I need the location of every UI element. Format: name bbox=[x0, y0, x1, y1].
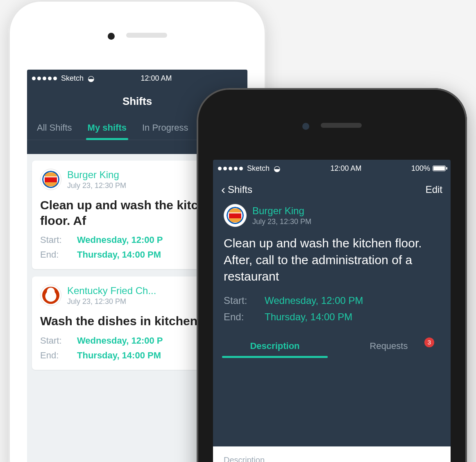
back-label: Shifts bbox=[228, 184, 252, 195]
end-label: End: bbox=[224, 311, 265, 323]
tab-requests-label: Requests bbox=[370, 341, 408, 351]
end-label: End: bbox=[40, 249, 77, 260]
tab-requests[interactable]: Requests 3 bbox=[332, 335, 446, 358]
description-panel[interactable]: Description Clean up and wash the kitche… bbox=[213, 446, 451, 462]
end-label: End: bbox=[40, 350, 77, 361]
card-date: July 23, 12:30 PM bbox=[67, 297, 156, 306]
sensor-bar bbox=[8, 33, 266, 40]
brand-name: Burger King bbox=[252, 205, 311, 217]
start-label: Start: bbox=[224, 295, 265, 306]
detail-tabs: Description Requests 3 bbox=[213, 335, 451, 358]
burger-king-logo-icon bbox=[224, 204, 247, 227]
kfc-logo-icon bbox=[40, 285, 61, 306]
wifi-icon: ◒ bbox=[88, 74, 95, 83]
brand-name: Burger King bbox=[67, 169, 126, 181]
burger-king-logo-icon bbox=[40, 169, 61, 190]
signal-strength-icon bbox=[218, 167, 243, 170]
brand-name: Kentucky Fried Ch... bbox=[67, 285, 156, 297]
tab-all-shifts[interactable]: All Shifts bbox=[35, 118, 74, 140]
card-date: July 23, 12:30 PM bbox=[67, 181, 126, 190]
edit-button[interactable]: Edit bbox=[426, 184, 442, 195]
carrier-label: Sketch bbox=[247, 164, 270, 173]
camera-dot-icon bbox=[108, 33, 115, 40]
start-label: Start: bbox=[40, 235, 77, 245]
chevron-left-icon: ‹ bbox=[221, 183, 225, 196]
camera-dot-icon bbox=[302, 123, 309, 130]
clock-label: 12:00 AM bbox=[330, 164, 361, 173]
signal-strength-icon bbox=[32, 77, 57, 80]
brand-date: July 23, 12:30 PM bbox=[252, 217, 311, 226]
earpiece-slot-icon bbox=[126, 33, 167, 38]
end-value: Thursday, 14:00 PM bbox=[265, 311, 440, 323]
battery-indicator: 100% bbox=[411, 164, 446, 173]
sensor-bar bbox=[197, 123, 467, 130]
wifi-icon: ◒ bbox=[274, 164, 281, 173]
battery-percent: 100% bbox=[411, 164, 430, 173]
detail-screen: Sketch ◒ 12:00 AM 100% ‹ Shifts Edit Bur… bbox=[213, 160, 451, 462]
requests-count-badge: 3 bbox=[424, 337, 434, 347]
start-label: Start: bbox=[40, 335, 77, 346]
start-value: Wednesday, 12:00 PM bbox=[265, 295, 440, 306]
tab-description[interactable]: Description bbox=[218, 335, 332, 358]
back-button[interactable]: ‹ Shifts bbox=[221, 183, 252, 196]
phone-black-frame: Sketch ◒ 12:00 AM 100% ‹ Shifts Edit Bur… bbox=[197, 88, 467, 462]
status-bar: Sketch ◒ 12:00 AM bbox=[27, 70, 247, 87]
shift-headline: Clean up and wash the kitchen floor. Aft… bbox=[213, 229, 451, 287]
earpiece-slot-icon bbox=[321, 123, 362, 128]
description-heading: Description bbox=[224, 455, 440, 462]
carrier-label: Sketch bbox=[61, 74, 84, 83]
battery-icon bbox=[433, 165, 446, 171]
status-bar: Sketch ◒ 12:00 AM 100% bbox=[213, 160, 451, 177]
tab-in-progress[interactable]: In Progress bbox=[141, 118, 190, 140]
tab-my-shifts[interactable]: My shifts bbox=[86, 118, 128, 140]
clock-label: 12:00 AM bbox=[141, 74, 172, 83]
